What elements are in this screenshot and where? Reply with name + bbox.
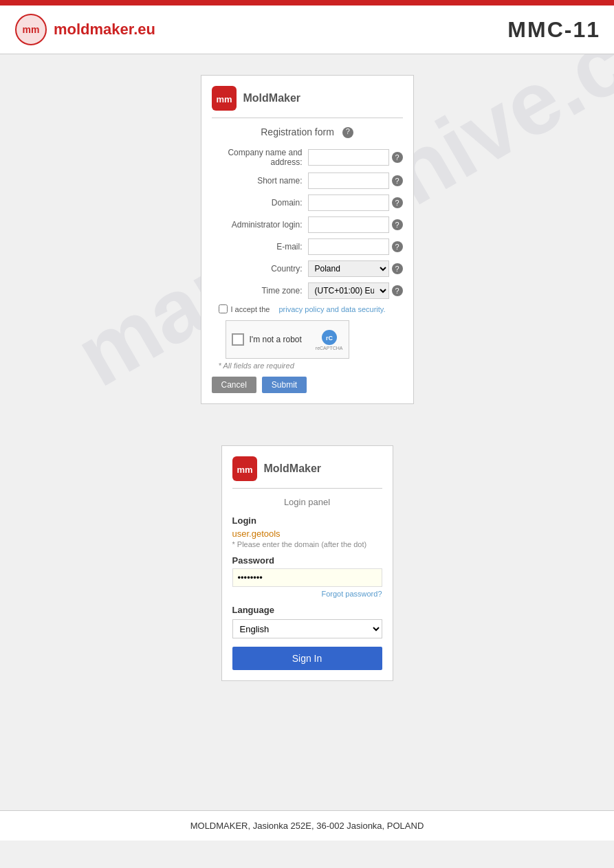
short-name-label: Short name: bbox=[212, 176, 308, 186]
registration-panel-header: mm MoldMaker bbox=[212, 86, 403, 118]
login-panel-header: mm MoldMaker bbox=[232, 456, 382, 489]
top-bar bbox=[0, 0, 614, 5]
footer-text: MOLDMAKER, Jasionka 252E, 36-002 Jasionk… bbox=[190, 821, 424, 831]
recaptcha-checkbox[interactable] bbox=[232, 333, 244, 346]
recaptcha-label: I'm not a robot bbox=[250, 335, 302, 344]
registration-panel: mm MoldMaker Registration form ? Company… bbox=[201, 75, 414, 404]
registration-form-title: Registration form ? bbox=[212, 126, 403, 138]
accept-checkbox[interactable] bbox=[219, 304, 228, 313]
admin-login-input-wrap: ? bbox=[308, 216, 403, 233]
company-row: Company name and address: ? bbox=[212, 148, 403, 167]
accept-link[interactable]: privacy policy and data security. bbox=[278, 305, 385, 313]
admin-login-row: Administrator login: ? bbox=[212, 216, 403, 233]
timezone-select[interactable]: (UTC+01:00) Europe/Warsaw bbox=[308, 282, 389, 299]
email-help-icon[interactable]: ? bbox=[392, 241, 403, 252]
country-label: Country: bbox=[212, 264, 308, 274]
email-row: E-mail: ? bbox=[212, 238, 403, 255]
country-select[interactable]: Poland bbox=[308, 260, 389, 277]
svg-text:mm: mm bbox=[23, 24, 40, 35]
domain-input-wrap: ? bbox=[308, 194, 403, 211]
form-help-icon[interactable]: ? bbox=[342, 127, 353, 138]
signin-button[interactable]: Sign In bbox=[232, 647, 382, 670]
company-help-icon[interactable]: ? bbox=[392, 152, 403, 163]
login-app-name: MoldMaker bbox=[264, 463, 322, 475]
login-hint: * Please enter the domain (after the dot… bbox=[232, 540, 382, 548]
forgot-password-link[interactable]: Forgot password? bbox=[232, 590, 382, 598]
panel-logo-icon: mm bbox=[212, 86, 237, 111]
country-help-icon[interactable]: ? bbox=[392, 263, 403, 274]
email-input[interactable] bbox=[308, 238, 389, 255]
main-content: manualshive.com mm MoldMaker Registratio… bbox=[0, 54, 614, 810]
short-name-help-icon[interactable]: ? bbox=[392, 175, 403, 186]
domain-help-icon[interactable]: ? bbox=[392, 197, 403, 208]
svg-text:rC: rC bbox=[326, 335, 333, 342]
email-label: E-mail: bbox=[212, 242, 308, 252]
header: mm moldmaker.eu MMC-11 bbox=[0, 5, 614, 54]
recaptcha-widget[interactable]: I'm not a robot rC reCAPTCHA bbox=[226, 320, 349, 359]
password-input[interactable] bbox=[232, 568, 382, 587]
domain-row: Domain: ? bbox=[212, 194, 403, 211]
domain-label: Domain: bbox=[212, 198, 308, 208]
logo-text: moldmaker.eu bbox=[54, 21, 155, 38]
login-panel-title: Login panel bbox=[232, 497, 382, 507]
company-label: Company name and address: bbox=[212, 148, 308, 167]
mmc-title: MMC-11 bbox=[507, 17, 600, 43]
logo-area: mm moldmaker.eu bbox=[14, 12, 155, 47]
timezone-input-wrap: (UTC+01:00) Europe/Warsaw ? bbox=[308, 282, 403, 299]
country-row: Country: Poland ? bbox=[212, 260, 403, 277]
timezone-label: Time zone: bbox=[212, 286, 308, 296]
footer: MOLDMAKER, Jasionka 252E, 36-002 Jasionk… bbox=[0, 810, 614, 841]
timezone-row: Time zone: (UTC+01:00) Europe/Warsaw ? bbox=[212, 282, 403, 299]
accept-text: I accept the bbox=[231, 305, 270, 313]
submit-button[interactable]: Submit bbox=[262, 377, 307, 393]
language-label: Language bbox=[232, 605, 382, 615]
svg-text:mm: mm bbox=[237, 465, 252, 475]
timezone-help-icon[interactable]: ? bbox=[392, 285, 403, 296]
country-input-wrap: Poland ? bbox=[308, 260, 403, 277]
company-input-wrap: ? bbox=[308, 149, 403, 166]
admin-login-help-icon[interactable]: ? bbox=[392, 219, 403, 230]
accept-row: I accept the privacy policy and data sec… bbox=[212, 304, 403, 313]
language-select[interactable]: English Polish German bbox=[232, 619, 382, 638]
admin-login-label: Administrator login: bbox=[212, 220, 308, 230]
login-field-label: Login bbox=[232, 515, 382, 526]
form-buttons: Cancel Submit bbox=[212, 377, 403, 393]
domain-input[interactable] bbox=[308, 194, 389, 211]
login-panel-logo-icon: mm bbox=[232, 456, 257, 481]
password-label: Password bbox=[232, 555, 382, 566]
short-name-row: Short name: ? bbox=[212, 173, 403, 189]
admin-login-input[interactable] bbox=[308, 216, 389, 233]
recaptcha-logo-icon: rC bbox=[321, 329, 338, 346]
registration-app-name: MoldMaker bbox=[243, 92, 301, 104]
svg-text:mm: mm bbox=[216, 94, 232, 104]
email-input-wrap: ? bbox=[308, 238, 403, 255]
recaptcha-logo: rC reCAPTCHA bbox=[316, 329, 343, 350]
cancel-button[interactable]: Cancel bbox=[212, 377, 256, 393]
short-name-input-wrap: ? bbox=[308, 173, 403, 189]
login-value: user.getools bbox=[232, 528, 382, 539]
short-name-input[interactable] bbox=[308, 173, 389, 189]
moldmaker-logo-icon: mm bbox=[14, 12, 48, 47]
login-panel: mm MoldMaker Login panel Login user.geto… bbox=[221, 445, 393, 681]
company-input[interactable] bbox=[308, 149, 389, 166]
all-fields-msg: * All fields are required bbox=[219, 361, 403, 370]
